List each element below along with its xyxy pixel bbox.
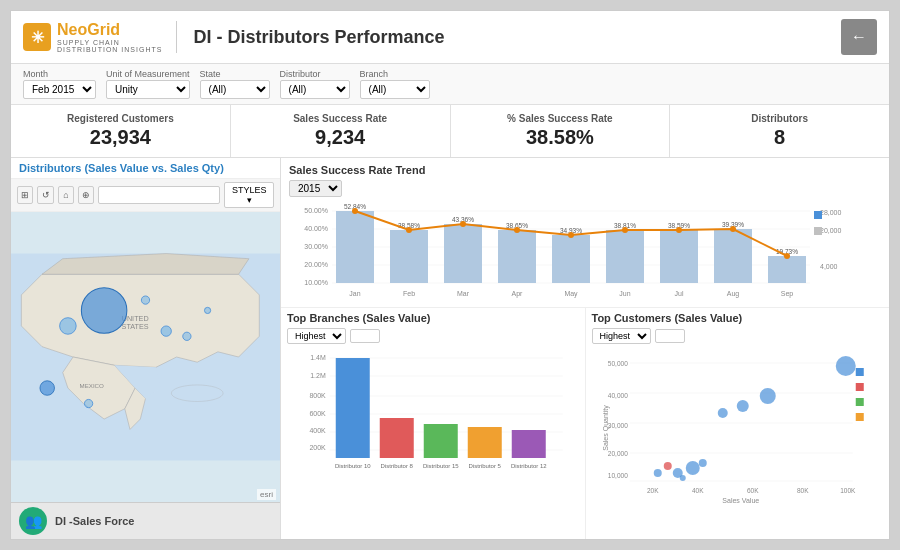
back-icon: ← <box>851 28 867 46</box>
svg-rect-81 <box>468 427 502 458</box>
sales-force-icon: 👥 <box>19 507 47 535</box>
svg-text:Distributor 10: Distributor 10 <box>335 463 371 469</box>
svg-text:Jun: Jun <box>619 290 630 297</box>
svg-rect-27 <box>390 230 428 283</box>
distributor-filter: Distributor (All) <box>280 69 350 99</box>
map-footer[interactable]: 👥 DI -Sales Force <box>11 502 280 539</box>
top-branches-panel: Top Branches (Sales Value) Highest 5 1.4… <box>281 308 586 539</box>
kpi-value: 8 <box>674 126 885 149</box>
state-select[interactable]: (All) <box>200 80 270 99</box>
svg-text:May: May <box>564 290 578 298</box>
svg-rect-64 <box>814 211 822 219</box>
svg-text:1.4M: 1.4M <box>310 354 326 361</box>
trend-chart: 50.00% 40.00% 30.00% 20.00% 10.00% <box>289 201 881 301</box>
month-filter: Month Feb 2015 <box>23 69 96 99</box>
svg-point-3 <box>171 385 223 402</box>
svg-rect-118 <box>855 413 863 421</box>
branches-count-input[interactable]: 5 <box>350 329 380 343</box>
customers-filter-select[interactable]: Highest <box>592 328 651 344</box>
svg-point-50 <box>730 226 736 232</box>
kpi-item: Sales Success Rate9,234 <box>231 105 451 157</box>
logo-sub1: SUPPLY CHAIN <box>57 39 162 46</box>
svg-text:Jul: Jul <box>675 290 684 297</box>
svg-text:200K: 200K <box>309 444 326 451</box>
svg-rect-80 <box>424 424 458 458</box>
svg-point-44 <box>406 227 412 233</box>
kpi-value: 38.58% <box>455 126 666 149</box>
svg-rect-82 <box>512 430 546 458</box>
svg-rect-78 <box>336 358 370 458</box>
map-zoom-out-button[interactable]: ⊞ <box>17 186 33 204</box>
branches-chart-svg: 1.4M 1.2M 800K 600K 400K 200K <box>287 348 579 498</box>
svg-text:4,000: 4,000 <box>820 263 838 270</box>
svg-rect-117 <box>855 398 863 406</box>
kpi-item: Distributors8 <box>670 105 889 157</box>
svg-point-111 <box>663 462 671 470</box>
svg-rect-35 <box>606 230 644 283</box>
top-customers-panel: Top Customers (Sales Value) Highest 10 S… <box>586 308 890 539</box>
svg-point-13 <box>141 296 149 304</box>
svg-text:Aug: Aug <box>727 290 740 298</box>
trend-title: Sales Success Rate Trend <box>289 164 881 176</box>
svg-text:10.00%: 10.00% <box>304 279 328 286</box>
svg-text:40,000: 40,000 <box>607 392 627 399</box>
trend-controls: 2015 <box>289 180 881 197</box>
svg-text:MEXICO: MEXICO <box>79 382 104 389</box>
kpi-label: Sales Success Rate <box>235 113 446 124</box>
content-area: Distributors (Sales Value vs. Sales Qty)… <box>11 158 889 539</box>
header: ✳ NeoGrid SUPPLY CHAIN DISTRIBUTION INSI… <box>11 11 889 64</box>
svg-point-14 <box>204 307 210 313</box>
svg-point-107 <box>736 400 748 412</box>
kpi-label: % Sales Success Rate <box>455 113 666 124</box>
svg-text:Distributor 15: Distributor 15 <box>423 463 459 469</box>
svg-text:600K: 600K <box>309 410 326 417</box>
svg-rect-29 <box>444 224 482 283</box>
month-select[interactable]: Feb 2015 <box>23 80 96 99</box>
distributor-select[interactable]: (All) <box>280 80 350 99</box>
kpi-value: 9,234 <box>235 126 446 149</box>
svg-text:Sales Value: Sales Value <box>722 497 759 503</box>
svg-point-51 <box>784 253 790 259</box>
branches-controls: Highest 5 <box>287 328 579 344</box>
svg-point-108 <box>717 408 727 418</box>
svg-rect-25 <box>336 211 374 283</box>
customers-controls: Highest 10 <box>592 328 884 344</box>
svg-text:30,000: 30,000 <box>607 422 627 429</box>
map-footer-label: DI -Sales Force <box>55 515 134 527</box>
year-select[interactable]: 2015 <box>289 180 342 197</box>
svg-text:60K: 60K <box>746 487 758 494</box>
svg-text:28,000: 28,000 <box>820 209 842 216</box>
svg-text:Distributor 5: Distributor 5 <box>469 463 502 469</box>
svg-text:1.2M: 1.2M <box>310 372 326 379</box>
branch-select[interactable]: (All) <box>360 80 430 99</box>
map-location-button[interactable]: ⊕ <box>78 186 94 204</box>
svg-point-45 <box>460 221 466 227</box>
top-branches-title: Top Branches (Sales Value) <box>287 312 579 324</box>
distributor-label: Distributor <box>280 69 350 79</box>
svg-point-109 <box>685 461 699 475</box>
svg-rect-41 <box>768 256 806 283</box>
branches-filter-select[interactable]: Highest <box>287 328 346 344</box>
svg-text:50,000: 50,000 <box>607 360 627 367</box>
svg-point-12 <box>183 332 191 340</box>
svg-point-7 <box>81 288 127 334</box>
svg-text:100K: 100K <box>840 487 856 494</box>
svg-text:20,000: 20,000 <box>607 450 627 457</box>
svg-point-49 <box>676 227 682 233</box>
svg-text:Sep: Sep <box>781 290 794 298</box>
uom-select[interactable]: Unity <box>106 80 190 99</box>
map-search-input[interactable] <box>98 186 220 204</box>
map-home-button[interactable]: ⌂ <box>58 186 74 204</box>
kpi-item: % Sales Success Rate38.58% <box>451 105 671 157</box>
kpi-row: Registered Customers23,934Sales Success … <box>11 105 889 158</box>
svg-rect-33 <box>552 235 590 283</box>
neogrid-logo-icon: ✳ <box>23 23 51 51</box>
state-filter: State (All) <box>200 69 270 99</box>
map-styles-button[interactable]: STYLES ▾ <box>224 182 274 208</box>
top-customers-title: Top Customers (Sales Value) <box>592 312 884 324</box>
svg-rect-31 <box>498 230 536 283</box>
customers-count-input[interactable]: 10 <box>655 329 685 343</box>
back-button[interactable]: ← <box>841 19 877 55</box>
map-refresh-button[interactable]: ↺ <box>37 186 53 204</box>
logo-area: ✳ NeoGrid SUPPLY CHAIN DISTRIBUTION INSI… <box>23 21 177 53</box>
